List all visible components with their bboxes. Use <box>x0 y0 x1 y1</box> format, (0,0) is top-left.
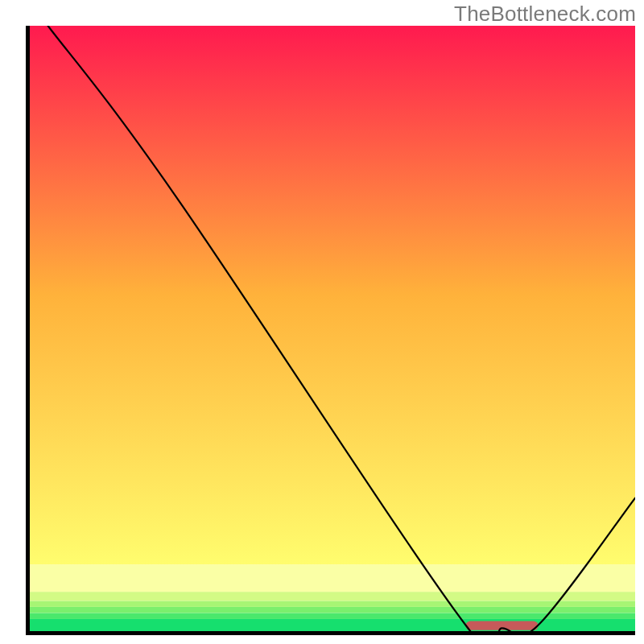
heat-band <box>30 592 635 601</box>
watermark-text: TheBottleneck.com <box>454 2 636 27</box>
bottleneck-plot <box>30 26 635 631</box>
heat-band <box>30 564 635 592</box>
plot-area <box>26 26 635 635</box>
heat-band <box>30 601 635 607</box>
heatmap-bands <box>30 26 635 631</box>
heat-band <box>30 619 635 631</box>
heat-band <box>30 26 635 564</box>
chart-frame: TheBottleneck.com <box>0 0 644 644</box>
heat-band <box>30 607 635 613</box>
